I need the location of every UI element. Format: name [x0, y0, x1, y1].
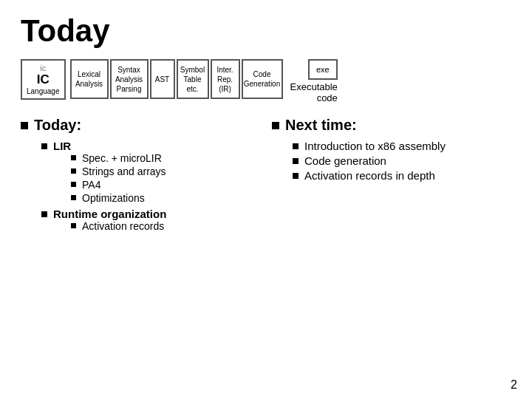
symbol-table-box: SymbolTableetc. [177, 59, 209, 99]
optimizations-item: Optimizations [71, 192, 166, 204]
next-heading: Next time: [272, 117, 511, 134]
lexical-analysis-box: LexicalAnalysis [70, 59, 109, 99]
lir-item: LIR Spec. + microLIR Strings and arrays [41, 140, 272, 205]
activation-depth-item: Activation records in depth [293, 169, 511, 182]
executable-label: Executable [290, 81, 338, 92]
code-label: code [317, 92, 338, 103]
pa4-item: PA4 [71, 179, 166, 191]
page-title: Today [21, 13, 511, 49]
today-heading: Today: [21, 117, 272, 134]
today-bullet [21, 122, 28, 129]
syntax-analysis-box: SyntaxAnalysisParsing [110, 59, 149, 99]
lir-bullet [41, 143, 47, 149]
page-number: 2 [511, 378, 517, 392]
today-items: LIR Spec. + microLIR Strings and arrays [41, 140, 272, 233]
language-label: Language [27, 87, 60, 95]
today-column: Today: LIR Spec. + microLIR [21, 117, 272, 238]
exe-area: exe Executable code [290, 59, 338, 103]
code-generation-box: CodeGeneration [242, 59, 283, 99]
runtime-bullet [41, 211, 47, 217]
spec-item: Spec. + microLIR [71, 152, 166, 164]
runtime-sub-list: Activation records [71, 220, 166, 232]
content-row: Today: LIR Spec. + microLIR [21, 117, 511, 238]
x86-item: Introduction to x86 assembly [293, 140, 511, 152]
activation-records-item: Activation records [71, 220, 166, 232]
ic-small-label: ic [40, 64, 46, 72]
exe-label: exe [316, 64, 330, 75]
strings-arrays-item: Strings and arrays [71, 166, 166, 177]
exe-box: exe [308, 59, 338, 80]
lir-sub-list: Spec. + microLIR Strings and arrays PA4 [71, 152, 166, 204]
next-time-column: Next time: Introduction to x86 assembly … [272, 117, 511, 238]
pipeline-boxes: LexicalAnalysis SyntaxAnalysisParsing AS… [70, 59, 283, 99]
next-items: Introduction to x86 assembly Code genera… [293, 140, 511, 182]
code-gen-item: Code generation [293, 154, 511, 167]
next-bullet [272, 122, 279, 129]
ic-box: ic IC Language [21, 59, 66, 100]
pipeline-diagram: ic IC Language LexicalAnalysis SyntaxAna… [21, 59, 511, 103]
runtime-item: Runtime organization Activation records [41, 208, 272, 233]
intermediate-rep-box: Inter.Rep.(IR) [211, 59, 240, 99]
IC-label: IC [37, 72, 50, 87]
ast-box: AST [150, 59, 175, 99]
